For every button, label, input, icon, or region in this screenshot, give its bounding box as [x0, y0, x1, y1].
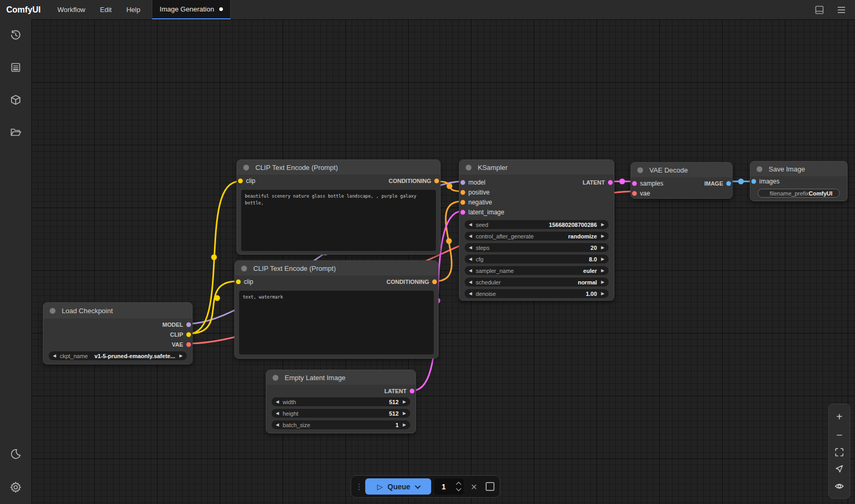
samples-port-dot[interactable]: [632, 181, 637, 186]
node-graph-canvas[interactable]: [31, 19, 855, 504]
input-vae[interactable]: vae: [631, 188, 732, 198]
workflows-folder-icon[interactable]: [9, 126, 22, 139]
clip-port-dot[interactable]: [236, 280, 241, 284]
input-images[interactable]: images: [750, 176, 847, 186]
increment-icon[interactable]: ▶: [403, 411, 406, 416]
width-widget[interactable]: ◀ width 512 ▶: [272, 397, 410, 406]
increment-icon[interactable]: ▶: [601, 234, 604, 238]
clip-port-dot[interactable]: [186, 332, 191, 337]
denoise-widget[interactable]: ◀ denoise 1.00 ▶: [465, 289, 609, 298]
model-port-dot[interactable]: [460, 180, 465, 185]
menu-icon[interactable]: [836, 5, 847, 15]
queue-button[interactable]: ▷ Queue: [365, 478, 431, 495]
stop-button[interactable]: [486, 482, 494, 491]
model-port-dot[interactable]: [186, 322, 191, 327]
batch-size-widget[interactable]: ◀ batch_size 1 ▶: [272, 420, 410, 429]
ckpt-name-widget[interactable]: ◀ ckpt_name v1-5-pruned-emaonly.safete..…: [49, 351, 187, 360]
latent-port-dot[interactable]: [410, 389, 414, 394]
workflow-tab[interactable]: Image Generation: [152, 0, 231, 19]
negative-port-dot[interactable]: [460, 200, 465, 204]
clear-queue-button[interactable]: ×: [471, 482, 477, 492]
output-model[interactable]: MODEL: [43, 319, 192, 329]
output-latent[interactable]: LATENT: [266, 385, 415, 397]
menu-help[interactable]: Help: [119, 0, 148, 19]
increment-icon[interactable]: ▶: [601, 292, 604, 296]
node-vae-decode[interactable]: VAE Decode samples IMAGE vae: [631, 162, 733, 199]
decrement-icon[interactable]: ◀: [53, 354, 56, 358]
control-after-generate-widget[interactable]: ◀ control_after_generate randomize ▶: [465, 232, 609, 240]
image-port-dot[interactable]: [726, 181, 731, 186]
vae-port-dot[interactable]: [186, 342, 191, 347]
toggle-link-visibility-icon[interactable]: [835, 482, 844, 491]
collapse-dot[interactable]: [243, 165, 249, 170]
settings-gear-icon[interactable]: [9, 481, 22, 494]
drag-handle-icon[interactable]: ⋮: [354, 482, 365, 491]
decrement-icon[interactable]: ◀: [469, 234, 472, 238]
menu-edit[interactable]: Edit: [93, 0, 119, 19]
node-clip-text-encode-negative[interactable]: CLIP Text Encode (Prompt) clip CONDITION…: [234, 260, 438, 359]
collapse-dot[interactable]: [757, 166, 762, 172]
input-negative[interactable]: negative: [459, 197, 614, 207]
conditioning-port-dot[interactable]: [432, 280, 437, 284]
zoom-out-icon[interactable]: −: [836, 430, 842, 440]
vae-port-dot[interactable]: [632, 191, 637, 196]
increment-icon[interactable]: ▶: [403, 400, 406, 404]
zoom-in-icon[interactable]: +: [836, 411, 842, 422]
batch-count-stepper[interactable]: [457, 483, 460, 490]
collapse-dot[interactable]: [241, 266, 247, 271]
collapse-dot[interactable]: [466, 165, 471, 170]
decrement-icon[interactable]: ◀: [276, 400, 279, 404]
theme-moon-icon[interactable]: [9, 448, 22, 460]
node-ksampler[interactable]: KSampler model LATENT positive negative …: [459, 159, 614, 301]
scheduler-widget[interactable]: ◀ scheduler normal ▶: [465, 278, 609, 287]
increment-icon[interactable]: ▶: [601, 246, 604, 250]
history-icon[interactable]: [9, 29, 22, 41]
sampler-name-widget[interactable]: ◀ sampler_name euler ▶: [465, 266, 609, 275]
node-library-icon[interactable]: [9, 94, 22, 106]
node-clip-text-encode-positive[interactable]: CLIP Text Encode (Prompt) clip CONDITION…: [237, 159, 441, 255]
bottom-panel-icon[interactable]: [814, 5, 825, 15]
increment-icon[interactable]: ▶: [601, 280, 604, 284]
latent-port-dot[interactable]: [608, 180, 613, 185]
cfg-widget[interactable]: ◀ cfg 8.0 ▶: [465, 255, 609, 264]
increment-icon[interactable]: ▶: [403, 423, 406, 427]
node-save-image[interactable]: Save Image images filename_prefix ComfyU…: [750, 161, 848, 201]
decrement-icon[interactable]: ◀: [469, 223, 472, 227]
pan-cursor-icon[interactable]: [835, 464, 844, 474]
conditioning-port-dot[interactable]: [434, 179, 439, 184]
menu-workflow[interactable]: Workflow: [50, 0, 93, 19]
collapse-dot[interactable]: [637, 167, 643, 173]
steps-widget[interactable]: ◀ steps 20 ▶: [465, 243, 609, 252]
decrement-icon[interactable]: ◀: [469, 246, 472, 250]
seed-widget[interactable]: ◀ seed 156680208700286 ▶: [465, 220, 609, 229]
collapse-dot[interactable]: [273, 375, 278, 381]
decrement-icon[interactable]: ◀: [469, 269, 472, 273]
node-empty-latent-image[interactable]: Empty Latent Image LATENT ◀ width 512 ▶ …: [266, 370, 416, 433]
output-vae[interactable]: VAE: [43, 339, 192, 349]
clip-port-dot[interactable]: [238, 179, 243, 184]
output-clip[interactable]: CLIP: [43, 329, 192, 339]
queue-options-chevron-icon[interactable]: [415, 483, 421, 488]
fit-view-icon[interactable]: [835, 448, 844, 457]
input-positive[interactable]: positive: [459, 187, 614, 197]
increment-icon[interactable]: ▶: [601, 269, 604, 273]
negative-prompt-textarea[interactable]: text, watermark: [239, 291, 434, 354]
decrement-icon[interactable]: ◀: [469, 257, 472, 261]
decrement-icon[interactable]: ◀: [276, 423, 279, 427]
decrement-icon[interactable]: ◀: [469, 292, 472, 296]
decrement-icon[interactable]: ◀: [276, 411, 279, 416]
collapse-dot[interactable]: [50, 308, 55, 314]
input-latent-image[interactable]: latent_image: [459, 207, 614, 217]
increment-icon[interactable]: ▶: [601, 223, 604, 227]
increment-icon[interactable]: ▶: [601, 257, 604, 261]
latent-image-port-dot[interactable]: [460, 210, 465, 214]
filename-prefix-widget[interactable]: filename_prefix ComfyUI: [758, 189, 840, 198]
queue-list-icon[interactable]: [9, 61, 22, 74]
node-load-checkpoint[interactable]: Load Checkpoint MODEL CLIP VAE ◀ ckpt_na…: [43, 302, 193, 364]
positive-prompt-textarea[interactable]: beautiful scenery nature glass bottle la…: [241, 190, 436, 251]
images-port-dot[interactable]: [751, 179, 756, 184]
positive-port-dot[interactable]: [460, 190, 465, 194]
batch-count-input[interactable]: 1: [434, 478, 464, 495]
decrement-icon[interactable]: ◀: [469, 280, 472, 284]
increment-icon[interactable]: ▶: [179, 354, 183, 358]
